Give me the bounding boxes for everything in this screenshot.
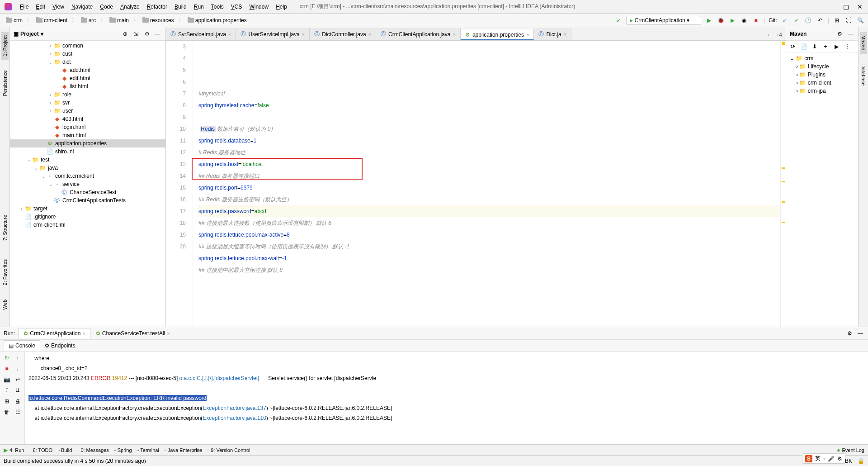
- hide-icon[interactable]: —: [846, 30, 854, 38]
- tree-item[interactable]: ⌄▫com.lc.crmclient: [10, 172, 165, 180]
- breadcrumb-item[interactable]: main: [107, 16, 131, 24]
- tree-item[interactable]: 📄crm-client.iml: [10, 221, 165, 229]
- tree-item[interactable]: ◆add.html: [10, 66, 165, 74]
- structure-tool-tab[interactable]: 7: Structure: [1, 211, 9, 244]
- stop-icon[interactable]: ■: [2, 364, 11, 373]
- maven-item[interactable]: › 📁 Lifecycle: [788, 62, 856, 71]
- profile-button[interactable]: ◉: [740, 16, 748, 24]
- close-tab-icon[interactable]: ×: [302, 32, 305, 37]
- tree-item[interactable]: ◆list.html: [10, 82, 165, 90]
- code-line[interactable]: ## 连接池中的最大空闲连接 默认 8: [198, 264, 780, 276]
- code-line[interactable]: spring.redis.database=1: [198, 135, 780, 147]
- git-history-icon[interactable]: 🕐: [804, 16, 812, 24]
- camera-icon[interactable]: 📷: [2, 375, 11, 384]
- close-tab-icon[interactable]: ×: [453, 32, 455, 37]
- back-icon[interactable]: ↙: [614, 16, 623, 24]
- tree-item[interactable]: ◆login.html: [10, 123, 165, 131]
- menu-build[interactable]: Build: [171, 2, 190, 11]
- menu-help[interactable]: Help: [272, 2, 291, 11]
- bottom-tab[interactable]: ▫ Terminal: [137, 447, 159, 453]
- code-line[interactable]: Redis 数据库索引（默认为 0）: [198, 123, 780, 135]
- editor-body[interactable]: 34567891011121314151617181920 #thymeleaf…: [166, 41, 786, 327]
- editor-tab[interactable]: ⒸDictController.java ×: [310, 28, 376, 40]
- code-line[interactable]: spring.redis.port=6379: [198, 182, 780, 194]
- run-configuration-select[interactable]: ▸ CrmClientApplication ▾: [626, 16, 701, 25]
- structure-icon[interactable]: ⊞: [833, 16, 841, 24]
- maven-tree[interactable]: ⌄ 📁 crm › 📁 Lifecycle› 📁 Plugins› 📁 crm-…: [786, 52, 858, 97]
- trash-icon[interactable]: 🗑: [2, 408, 11, 417]
- tree-item[interactable]: ⌄📁java: [10, 164, 165, 172]
- collapse-icon[interactable]: ⇲: [132, 30, 140, 38]
- breadcrumb-item[interactable]: application.properties: [185, 16, 249, 24]
- wrap-icon[interactable]: ↩: [13, 375, 22, 384]
- generate-icon[interactable]: 📄: [800, 43, 808, 51]
- code-line[interactable]: [198, 111, 780, 123]
- menu-run[interactable]: Run: [190, 2, 208, 11]
- stripe-mark[interactable]: [782, 201, 785, 203]
- console-line[interactable]: 2022-06-15 20:03:20.243 ERROR 19412 --- …: [28, 373, 864, 383]
- ime-lang[interactable]: 英: [815, 455, 821, 462]
- menu-code[interactable]: Code: [96, 2, 117, 11]
- code-line[interactable]: #thymeleaf: [198, 88, 780, 100]
- bottom-tab[interactable]: ▫ 6: TODO: [29, 447, 52, 453]
- add-icon[interactable]: +: [821, 43, 830, 51]
- editor-tab[interactable]: ⒸSvrServiceImpl.java ×: [166, 28, 236, 40]
- status-lock-icon[interactable]: 🔒: [858, 458, 864, 464]
- expand-icon[interactable]: ⛶: [844, 16, 853, 24]
- web-tool-tab[interactable]: Web: [1, 296, 9, 313]
- code-line[interactable]: ## 连接池最大连接数（使用负值表示没有限制） 默认 8: [198, 217, 780, 229]
- code-line[interactable]: ## Redis 服务器连接端口: [198, 170, 780, 182]
- tree-item[interactable]: ›📁cust: [10, 50, 165, 58]
- code-line[interactable]: spring.thymeleaf.cache=false: [198, 100, 780, 111]
- console-output[interactable]: where chance0_.chc_id=?2022-06-15 20:03:…: [25, 352, 868, 444]
- maven-root[interactable]: ⌄ 📁 crm: [788, 54, 856, 62]
- hide-icon[interactable]: —: [154, 30, 162, 38]
- menu-analyze[interactable]: Analyze: [117, 2, 143, 11]
- tree-item[interactable]: 📄shiro.ini: [10, 147, 165, 156]
- bottom-tab[interactable]: ▫ Java Enterprise: [165, 447, 202, 453]
- ime-mic-icon[interactable]: 🎤: [828, 456, 835, 462]
- tree-item[interactable]: ›📁svr: [10, 99, 165, 107]
- rerun-icon[interactable]: ↻: [2, 353, 11, 362]
- stripe-mark[interactable]: [782, 181, 785, 182]
- ime-icon[interactable]: ⸰: [823, 456, 825, 462]
- event-log-tab[interactable]: ● Event Log: [837, 447, 864, 453]
- close-button[interactable]: ✕: [856, 3, 863, 10]
- tree-item[interactable]: ›📁user: [10, 107, 165, 115]
- maven-item[interactable]: › 📁 crm-jpa: [788, 87, 856, 95]
- debug-button[interactable]: 🐞: [717, 16, 725, 24]
- run-button[interactable]: ▶: [705, 16, 713, 24]
- tree-item[interactable]: ◆403.html: [10, 115, 165, 123]
- print-icon[interactable]: 🖨: [13, 397, 22, 406]
- menu-refactor[interactable]: Refactor: [143, 2, 171, 11]
- up-icon[interactable]: ↑: [13, 353, 22, 362]
- exit-icon[interactable]: ⤴: [2, 386, 11, 395]
- editor-tab[interactable]: ⒸDict.ja ×: [534, 28, 571, 40]
- tree-item[interactable]: ⌄📁dict: [10, 58, 165, 66]
- code-line[interactable]: spring.redis.lettuce.pool.max-active=8: [198, 229, 780, 241]
- close-tab-icon[interactable]: ×: [228, 32, 231, 37]
- git-update-icon[interactable]: ↙: [781, 16, 789, 24]
- stripe-mark[interactable]: [782, 167, 785, 169]
- project-tree[interactable]: ›📁common›📁cust⌄📁dict◆add.html◆edit.html◆…: [10, 41, 165, 327]
- menu-navigate[interactable]: Navigate: [68, 2, 96, 11]
- code-line[interactable]: spring.redis.lettuce.pool.max-wait=-1: [198, 252, 780, 264]
- tree-item[interactable]: ⌄📁test: [10, 156, 165, 164]
- tree-item[interactable]: ⌄▫service: [10, 180, 165, 188]
- maven-item[interactable]: › 📁 Plugins: [788, 71, 856, 79]
- menu-vcs[interactable]: VCS: [227, 2, 246, 11]
- coverage-button[interactable]: ▶: [728, 16, 736, 24]
- layout-icon[interactable]: ⊞: [2, 397, 11, 406]
- search-icon[interactable]: 🔍: [856, 16, 864, 24]
- ime-settings-icon[interactable]: ⚙: [837, 456, 842, 462]
- breadcrumb-item[interactable]: crm-client: [34, 16, 70, 24]
- persistence-tool-tab[interactable]: Persistence: [1, 67, 9, 100]
- code-area[interactable]: #thymeleafspring.thymeleaf.cache=false R…: [193, 41, 780, 327]
- console-line[interactable]: where: [28, 353, 864, 363]
- tree-item[interactable]: 📄.gitignore: [10, 213, 165, 221]
- code-line[interactable]: ## 连接池最大阻塞等待时间（使用负值表示没有限制） 默认 -1: [198, 241, 780, 252]
- locate-icon[interactable]: ⊕: [121, 30, 129, 38]
- project-tool-tab[interactable]: 1: Project: [1, 32, 9, 60]
- stop-button[interactable]: ■: [752, 16, 760, 24]
- close-tab-icon[interactable]: ×: [564, 32, 566, 37]
